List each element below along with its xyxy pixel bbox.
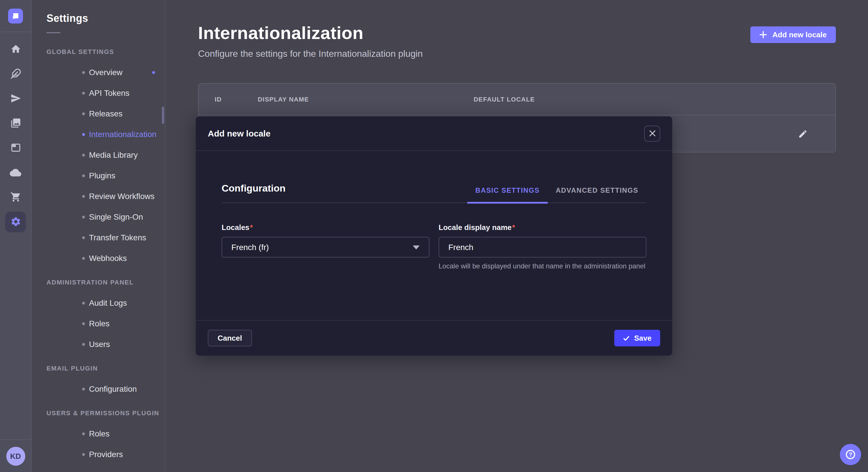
chevron-down-icon (413, 245, 420, 249)
rail-settings[interactable] (0, 209, 31, 234)
configuration-title: Configuration (222, 183, 286, 202)
configuration-section-head: Configuration BASIC SETTINGS ADVANCED SE… (222, 183, 646, 203)
settings-tabs: BASIC SETTINGS ADVANCED SETTINGS (467, 187, 646, 202)
section-administration-panel: ADMINISTRATION PANEL (32, 272, 165, 293)
sidebar-item-transfer-tokens[interactable]: Transfer Tokens (32, 227, 165, 248)
sidebar-item-webhooks[interactable]: Webhooks (32, 248, 165, 268)
rail-logo-section (0, 0, 31, 32)
cloud-icon (10, 167, 21, 178)
bullet-dot (82, 215, 85, 218)
display-name-input[interactable] (439, 237, 646, 258)
column-display-name: DISPLAY NAME (258, 96, 474, 103)
sidebar-item-overview[interactable]: Overview (32, 62, 165, 82)
sidebar-item-providers[interactable]: Providers (32, 444, 165, 465)
sidebar-item-plugins[interactable]: Plugins (32, 165, 165, 186)
bullet-dot (82, 322, 85, 325)
bullet-dot (82, 453, 85, 456)
modal-footer: Cancel Save (196, 320, 672, 356)
rail-footer: KD (0, 439, 31, 472)
sidebar-item-users[interactable]: Users (32, 334, 165, 355)
table-header: ID DISPLAY NAME DEFAULT LOCALE (198, 84, 835, 115)
rail-home[interactable] (0, 37, 31, 61)
column-default-locale: DEFAULT LOCALE (474, 96, 835, 103)
required-asterisk: * (512, 223, 515, 232)
notification-dot (152, 71, 155, 74)
tab-basic-settings[interactable]: BASIC SETTINGS (467, 187, 548, 204)
rail-content-type-builder[interactable] (0, 135, 31, 160)
modal-header: Add new locale (196, 116, 672, 151)
bullet-dot (82, 92, 85, 94)
add-locale-modal: Add new locale Configuration BASIC SETTI… (196, 116, 672, 356)
sidebar-item-media-library[interactable]: Media Library (32, 144, 165, 165)
close-icon (649, 130, 655, 136)
layout-icon (10, 142, 21, 153)
help-question-icon: ? (845, 449, 856, 460)
modal-close-button[interactable] (644, 125, 660, 141)
edit-pencil-icon (798, 129, 808, 138)
sidebar-item-admin-roles[interactable]: Roles (32, 313, 165, 334)
section-users-permissions-plugin: USERS & PERMISSIONS PLUGIN (32, 403, 165, 423)
locales-select[interactable]: French (fr) (222, 237, 429, 258)
display-name-field: Locale display name* Locale will be disp… (439, 222, 646, 271)
bullet-dot (82, 195, 85, 198)
bullet-dot (82, 133, 85, 136)
strapi-logo-glyph (11, 11, 20, 20)
locales-select-value: French (fr) (231, 243, 269, 252)
display-name-label: Locale display name* (439, 223, 515, 232)
settings-sidebar: Settings GLOBAL SETTINGS Overview API To… (32, 0, 165, 472)
add-new-locale-button[interactable]: Add new locale (751, 26, 836, 43)
sidebar-item-releases[interactable]: Releases (32, 103, 165, 124)
sidebar-item-internationalization[interactable]: Internationalization (32, 124, 165, 144)
avatar[interactable]: KD (6, 446, 25, 465)
bullet-dot (82, 301, 85, 304)
edit-locale-button[interactable] (798, 129, 808, 138)
bullet-dot (82, 112, 85, 115)
sidebar-title-rule (46, 32, 60, 33)
sidebar-item-email-configuration[interactable]: Configuration (32, 378, 165, 399)
modal-title: Add new locale (208, 129, 270, 138)
bullet-dot (82, 236, 85, 239)
bullet-dot (82, 154, 85, 156)
sidebar-scrollbar-thumb[interactable] (162, 107, 164, 124)
bullet-dot (82, 432, 85, 435)
settings-gear-icon (10, 216, 21, 227)
section-global-settings: GLOBAL SETTINGS (32, 41, 165, 62)
rail-marketplace[interactable] (0, 185, 31, 209)
display-name-hint: Locale will be displayed under that name… (439, 262, 646, 271)
column-id: ID (215, 96, 258, 103)
rail-content[interactable] (0, 61, 31, 86)
locales-label: Locales* (222, 223, 253, 232)
help-button[interactable]: ? (840, 444, 861, 465)
sidebar-item-review-workflows[interactable]: Review Workflows (32, 186, 165, 206)
locales-field: Locales* French (fr) (222, 222, 429, 271)
sidebar-item-up-roles[interactable]: Roles (32, 423, 165, 444)
section-email-plugin: EMAIL PLUGIN (32, 358, 165, 378)
media-library-icon (10, 117, 21, 129)
rail-deploy[interactable] (0, 160, 31, 185)
bullet-dot (82, 174, 85, 177)
save-button[interactable]: Save (614, 330, 660, 346)
required-asterisk: * (250, 223, 253, 232)
sidebar-item-audit-logs[interactable]: Audit Logs (32, 293, 165, 313)
page-header: Internationalization Configure the setti… (198, 23, 836, 59)
bullet-dot (82, 343, 85, 345)
send-icon (10, 93, 21, 104)
check-icon (623, 335, 629, 341)
bullet-dot (82, 387, 85, 390)
svg-text:?: ? (849, 451, 852, 458)
rail-releases[interactable] (0, 86, 31, 111)
strapi-logo[interactable] (8, 8, 23, 23)
bullet-dot (82, 257, 85, 260)
rail-media-library[interactable] (0, 111, 31, 135)
plus-icon (760, 31, 767, 38)
sidebar-item-single-sign-on[interactable]: Single Sign-On (32, 206, 165, 227)
cancel-button[interactable]: Cancel (208, 330, 252, 346)
sidebar-title: Settings (32, 0, 165, 25)
sidebar-item-api-tokens[interactable]: API Tokens (32, 82, 165, 103)
feather-icon (10, 68, 21, 79)
home-icon (10, 43, 21, 55)
main-content: Internationalization Configure the setti… (166, 0, 868, 472)
tab-advanced-settings[interactable]: ADVANCED SETTINGS (548, 187, 646, 204)
page-title: Internationalization (198, 23, 836, 43)
page-subtitle: Configure the settings for the Internati… (198, 49, 836, 59)
